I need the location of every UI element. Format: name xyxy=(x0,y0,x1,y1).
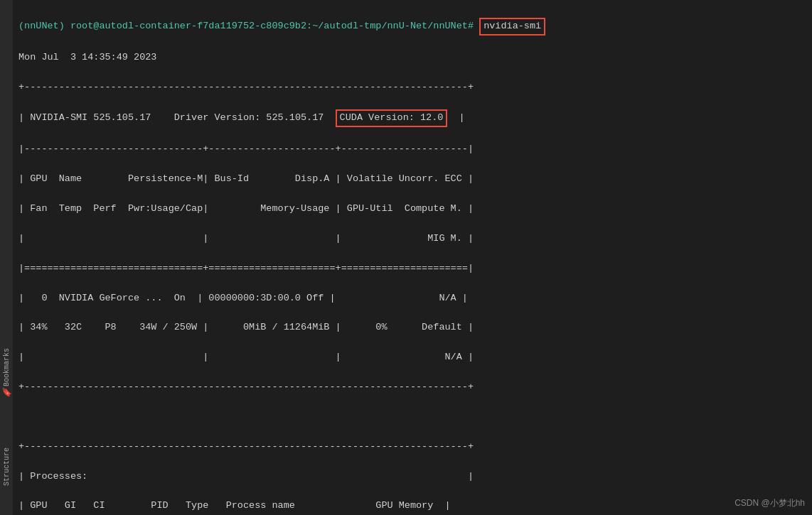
side-panel: Bookmarks 🔖 Structure xyxy=(0,0,13,515)
top-prompt: (nnUNet) root@autodl-container-f7da11975… xyxy=(18,21,474,31)
gpu-data-row3: | | | N/A | xyxy=(18,350,806,365)
gpu-data-row2: | 34% 32C P8 34W / 250W | 0MiB / 11264Mi… xyxy=(18,320,806,335)
empty-line1 xyxy=(18,410,806,425)
equals-line1: |===============================+=======… xyxy=(18,261,806,276)
structure-label[interactable]: Structure xyxy=(3,448,11,486)
processes-col-top: | GPU GI CI PID Type Process name GPU Me… xyxy=(18,499,806,514)
separator2: |-------------------------------+-------… xyxy=(18,142,806,157)
nvidia-smi-command-highlight: nvidia-smi xyxy=(479,18,545,36)
terminal-output: (nnUNet) root@autodl-container-f7da11975… xyxy=(13,0,812,515)
processes-separator-top: +---------------------------------------… xyxy=(18,440,806,455)
bookmarks-label[interactable]: Bookmarks xyxy=(3,348,11,386)
top-prompt-line: (nnUNet) root@autodl-container-f7da11975… xyxy=(18,18,806,36)
gpu-header-row2: | Fan Temp Perf Pwr:Usage/Cap| Memory-Us… xyxy=(18,202,806,217)
gpu-header-row3: | | | MIG M. | xyxy=(18,232,806,246)
processes-header-row: | Processes: | xyxy=(18,470,806,484)
gpu-data-row1: | 0 NVIDIA GeForce ... On | 00000000:3D:… xyxy=(18,291,806,306)
bookmark-icon: 🔖 xyxy=(1,387,12,398)
datetime-line: Mon Jul 3 14:35:49 2023 xyxy=(18,50,806,65)
cuda-version-highlight: CUDA Version: 12.0 xyxy=(336,109,448,127)
nvidia-smi-ver: NVIDIA-SMI 525.105.17 xyxy=(30,112,151,123)
separator3: +---------------------------------------… xyxy=(18,380,806,395)
driver-ver: Driver Version: 525.105.17 xyxy=(174,112,324,123)
nvidia-smi-info: | NVIDIA-SMI 525.105.17 Driver Version: … xyxy=(18,109,806,127)
terminal-main: (nnUNet) root@autodl-container-f7da11975… xyxy=(13,0,812,515)
gpu-header-row1: | GPU Name Persistence-M| Bus-Id Disp.A … xyxy=(18,172,806,187)
separator1: +---------------------------------------… xyxy=(18,80,806,95)
terminal-window: Bookmarks 🔖 Structure (nnUNet) root@auto… xyxy=(0,0,812,515)
csdn-watermark: CSDN @小梦北hh xyxy=(734,497,805,509)
